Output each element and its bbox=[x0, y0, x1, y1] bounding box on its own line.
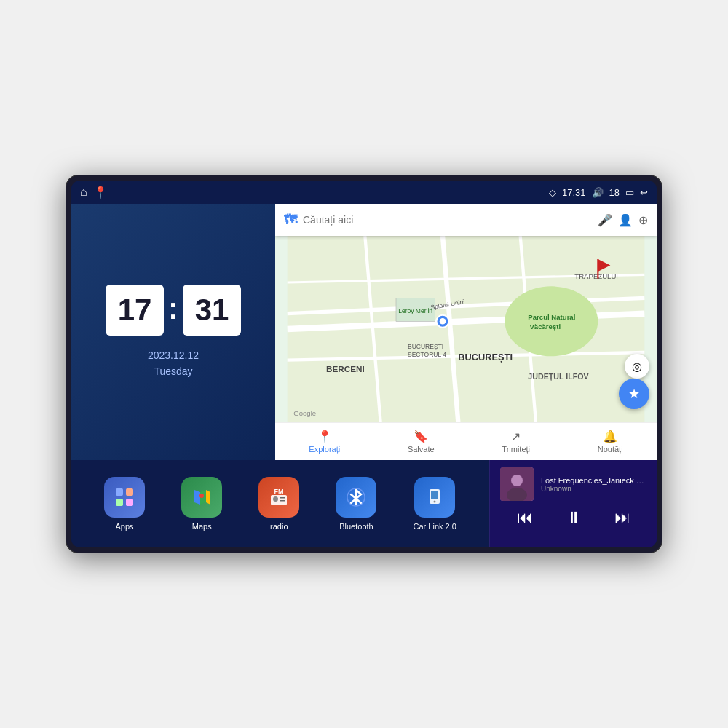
app-icon-radio[interactable]: FM radio bbox=[258, 477, 299, 531]
explore-label: Explorați bbox=[309, 445, 340, 454]
map-nav-explore[interactable]: 📍 Explorați bbox=[309, 430, 340, 454]
svg-point-22 bbox=[440, 318, 446, 325]
radio-icon: FM bbox=[258, 477, 299, 518]
screen: ⌂ 📍 ◇ 17:31 🔊 18 ▭ ↩ 17 : bbox=[71, 181, 657, 547]
svg-rect-25 bbox=[116, 488, 123, 496]
svg-point-32 bbox=[199, 494, 204, 498]
back-icon[interactable]: ↩ bbox=[640, 187, 648, 198]
explore-icon: 📍 bbox=[317, 430, 332, 443]
music-next-button[interactable]: ⏭ bbox=[614, 510, 630, 526]
app-icons-panel: Apps Maps bbox=[71, 460, 489, 547]
bottom-section: Apps Maps bbox=[71, 460, 657, 547]
home-icon[interactable]: ⌂ bbox=[80, 186, 87, 199]
map-panel[interactable]: 🗺 🎤 👤 ⊕ bbox=[275, 204, 657, 460]
map-nav-saved[interactable]: 🔖 Salvate bbox=[408, 430, 435, 454]
saved-icon: 🔖 bbox=[414, 430, 428, 443]
mic-icon[interactable]: 🎤 bbox=[598, 213, 612, 227]
google-maps-logo: 🗺 bbox=[284, 213, 297, 228]
volume-icon: 🔊 bbox=[592, 187, 604, 198]
clock-colon: : bbox=[168, 291, 178, 326]
clock-date: 2023.12.12 Tuesday bbox=[148, 347, 199, 380]
bluetooth-icon bbox=[336, 477, 376, 518]
map-search-bar: 🗺 🎤 👤 ⊕ bbox=[275, 204, 657, 236]
svg-point-8 bbox=[505, 286, 598, 356]
music-play-button[interactable]: ⏸ bbox=[566, 510, 582, 526]
svg-rect-34 bbox=[273, 496, 278, 502]
app-icon-bluetooth[interactable]: Bluetooth bbox=[336, 477, 376, 531]
svg-text:TRAPEZULUI: TRAPEZULUI bbox=[574, 272, 618, 280]
apps-label: Apps bbox=[116, 522, 134, 531]
music-thumbnail bbox=[500, 467, 534, 501]
svg-rect-26 bbox=[126, 488, 133, 496]
svg-text:SECTORUL 4: SECTORUL 4 bbox=[408, 351, 446, 358]
svg-text:BUCUREȘTI: BUCUREȘTI bbox=[408, 343, 443, 350]
map-my-location-button[interactable]: ◎ bbox=[625, 354, 649, 379]
battery-level: 18 bbox=[609, 187, 620, 198]
svg-rect-35 bbox=[280, 497, 285, 499]
svg-text:JUDEȚUL ILFOV: JUDEȚUL ILFOV bbox=[528, 372, 589, 381]
carlink-label: Car Link 2.0 bbox=[414, 522, 456, 531]
clock-display: 17 : 31 bbox=[106, 285, 241, 336]
status-left: ⌂ 📍 bbox=[80, 186, 108, 199]
map-area[interactable]: Parcul Natural Văcărești Leroy Merlin BE… bbox=[275, 236, 657, 422]
bluetooth-label: Bluetooth bbox=[339, 522, 373, 531]
app-icon-maps[interactable]: Maps bbox=[181, 477, 222, 531]
account-icon[interactable]: 👤 bbox=[618, 213, 633, 227]
svg-text:Parcul Natural: Parcul Natural bbox=[528, 313, 575, 321]
svg-text:Văcărești: Văcărești bbox=[529, 323, 561, 331]
maps-label: Maps bbox=[192, 522, 212, 531]
carlink-icon bbox=[414, 477, 455, 518]
status-time: 17:31 bbox=[562, 187, 586, 198]
status-bar: ⌂ 📍 ◇ 17:31 🔊 18 ▭ ↩ bbox=[71, 181, 657, 204]
music-artist: Unknown bbox=[541, 485, 646, 493]
svg-point-41 bbox=[434, 501, 436, 503]
clock-hour: 17 bbox=[106, 285, 164, 336]
device-frame: ⌂ 📍 ◇ 17:31 🔊 18 ▭ ↩ 17 : bbox=[66, 175, 662, 553]
svg-text:BUCUREȘTI: BUCUREȘTI bbox=[458, 352, 513, 363]
music-info-row: Lost Frequencies_Janieck Devy-... Unknow… bbox=[500, 467, 646, 501]
svg-text:FM: FM bbox=[274, 488, 284, 495]
map-svg: Parcul Natural Văcărești Leroy Merlin BE… bbox=[275, 236, 657, 422]
news-icon: 🔔 bbox=[603, 430, 617, 443]
svg-point-43 bbox=[511, 475, 523, 486]
map-search-actions: 🎤 👤 ⊕ bbox=[598, 213, 648, 227]
send-label: Trimiteți bbox=[502, 445, 530, 454]
top-section: 17 : 31 2023.12.12 Tuesday 🗺 bbox=[71, 204, 657, 460]
signal-icon: ◇ bbox=[549, 187, 556, 198]
map-bottom-bar: 📍 Explorați 🔖 Salvate ↗ Trimiteți 🔔 bbox=[275, 422, 657, 460]
svg-rect-27 bbox=[116, 499, 123, 506]
svg-marker-29 bbox=[194, 490, 200, 505]
music-text: Lost Frequencies_Janieck Devy-... Unknow… bbox=[541, 476, 646, 493]
app-icon-carlink[interactable]: Car Link 2.0 bbox=[414, 477, 456, 531]
news-label: Noutăți bbox=[598, 445, 623, 454]
layers-icon[interactable]: ⊕ bbox=[638, 213, 648, 227]
music-title: Lost Frequencies_Janieck Devy-... bbox=[541, 476, 646, 485]
map-nav-news[interactable]: 🔔 Noutăți bbox=[598, 430, 623, 454]
svg-rect-40 bbox=[431, 491, 438, 499]
svg-rect-28 bbox=[126, 499, 133, 506]
map-search-input[interactable] bbox=[303, 214, 592, 226]
svg-marker-31 bbox=[206, 490, 210, 505]
status-right: ◇ 17:31 🔊 18 ▭ ↩ bbox=[549, 187, 648, 198]
clock-minute: 31 bbox=[183, 285, 241, 336]
main-content: 17 : 31 2023.12.12 Tuesday 🗺 bbox=[71, 204, 657, 547]
svg-text:Leroy Merlin: Leroy Merlin bbox=[398, 307, 432, 314]
saved-label: Salvate bbox=[408, 445, 435, 454]
svg-rect-36 bbox=[280, 500, 285, 502]
apps-icon bbox=[104, 477, 145, 518]
map-nav-send[interactable]: ↗ Trimiteți bbox=[502, 430, 530, 454]
music-prev-button[interactable]: ⏮ bbox=[517, 510, 533, 526]
music-controls: ⏮ ⏸ ⏭ bbox=[500, 510, 646, 526]
maps-icon bbox=[181, 477, 222, 518]
send-icon: ↗ bbox=[511, 430, 521, 443]
svg-text:BERCENI: BERCENI bbox=[326, 364, 365, 373]
map-navigate-button[interactable]: ★ bbox=[619, 379, 649, 409]
maps-shortcut-icon[interactable]: 📍 bbox=[93, 186, 108, 199]
radio-label: radio bbox=[270, 522, 288, 531]
clock-panel: 17 : 31 2023.12.12 Tuesday bbox=[71, 204, 275, 460]
app-icon-apps[interactable]: Apps bbox=[104, 477, 145, 531]
music-panel: Lost Frequencies_Janieck Devy-... Unknow… bbox=[489, 460, 657, 547]
battery-icon: ▭ bbox=[625, 187, 634, 198]
svg-text:Google: Google bbox=[293, 409, 316, 417]
